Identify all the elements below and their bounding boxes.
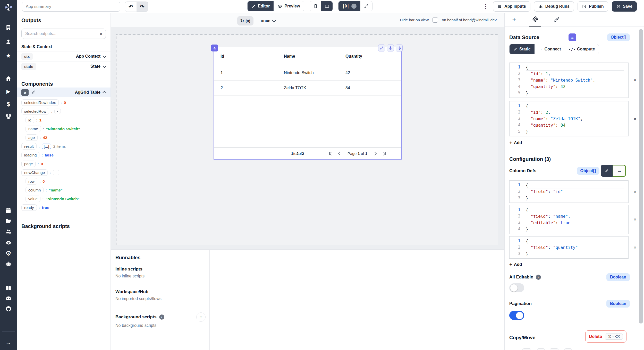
json-editor[interactable]: 1234{ "field": "name", "editable": true}: [509, 205, 629, 234]
output-row[interactable]: age:42: [21, 133, 106, 142]
windmill-logo[interactable]: [0, 2, 17, 12]
json-editor[interactable]: 123{ "field": "quantity"}: [509, 236, 629, 259]
first-page-button[interactable]: [329, 152, 333, 155]
rail-runs-button[interactable]: ▶: [0, 86, 17, 97]
component-row-aggrid[interactable]: a AgGrid Table: [17, 87, 111, 97]
json-editor[interactable]: 123{ "field": "id"}: [509, 180, 629, 203]
code-area[interactable]: { "field": "id"}: [523, 182, 628, 201]
table-row[interactable]: 1Nintendo Switch42: [214, 65, 401, 81]
tab-insert-component[interactable]: +: [508, 13, 520, 27]
column-header[interactable]: Id: [221, 54, 284, 59]
app-summary-input[interactable]: [22, 2, 120, 12]
remove-entry-button[interactable]: ×: [631, 245, 639, 250]
output-row[interactable]: value:"Nintendo Switch": [21, 194, 106, 203]
output-row[interactable]: selectedRow:-: [21, 107, 106, 116]
tab-styling[interactable]: [550, 13, 562, 27]
rail-settings-button[interactable]: ⚙: [0, 248, 17, 258]
rail-workers-button[interactable]: [0, 259, 17, 269]
all-editable-toggle[interactable]: [509, 283, 524, 292]
edit-column-defs-button[interactable]: [601, 165, 613, 177]
save-button[interactable]: Save: [612, 1, 637, 12]
resize-handle[interactable]: [397, 155, 400, 158]
search-outputs-input[interactable]: [25, 31, 99, 36]
output-row[interactable]: newChange:-: [21, 168, 106, 177]
next-page-button[interactable]: [374, 152, 376, 155]
panel-scrollbar[interactable]: [639, 29, 643, 323]
tab-component-settings[interactable]: [529, 13, 541, 27]
ctx-row[interactable]: ctx App Context: [17, 51, 111, 61]
rail-docs-button[interactable]: [0, 283, 17, 293]
expand-component-button[interactable]: [378, 45, 385, 51]
diff-button[interactable]: |0| i: [338, 1, 360, 11]
desktop-view-button[interactable]: [321, 1, 333, 11]
code-area[interactable]: { "field": "quantity"}: [523, 238, 628, 257]
json-editor[interactable]: 12345{ "id": 1, "name": "Nintendo Switch…: [509, 63, 629, 98]
rail-variables-button[interactable]: $: [0, 99, 17, 109]
output-row[interactable]: page:0: [21, 159, 106, 168]
rail-user-button[interactable]: [0, 37, 17, 47]
add-background-script-button[interactable]: +: [196, 312, 206, 322]
rail-audit-button[interactable]: [0, 238, 17, 248]
add-data-row-button[interactable]: + Add: [509, 140, 522, 146]
code-area[interactable]: { "id": 2, "name": "Zelda TOTK", "quanti…: [523, 103, 628, 135]
rail-favorites-button[interactable]: ★: [0, 51, 17, 61]
output-row[interactable]: name:"Nintendo Switch": [21, 124, 106, 133]
pagination-toggle[interactable]: [509, 311, 524, 320]
prev-page-button[interactable]: [339, 152, 341, 155]
remove-entry-button[interactable]: ×: [631, 217, 639, 222]
code-area[interactable]: { "field": "name", "editable": true}: [523, 207, 628, 232]
anchor-component-button[interactable]: [387, 45, 394, 51]
last-page-button[interactable]: [382, 152, 386, 155]
rail-resources-button[interactable]: [0, 111, 17, 122]
mobile-view-button[interactable]: [310, 1, 321, 11]
state-row[interactable]: state State: [17, 61, 111, 71]
move-component-button[interactable]: [396, 45, 403, 51]
connect-column-defs-button[interactable]: →: [613, 165, 626, 177]
code-area[interactable]: { "id": 1, "name": "Nintendo Switch", "q…: [523, 64, 628, 96]
output-row[interactable]: id:1: [21, 116, 106, 124]
app-inputs-button[interactable]: App inputs: [493, 1, 530, 12]
mode-compute[interactable]: </> Compute: [565, 44, 599, 54]
remove-entry-button[interactable]: ×: [631, 116, 639, 122]
remove-entry-button[interactable]: ×: [631, 77, 639, 83]
output-row[interactable]: row:0: [21, 177, 106, 186]
debug-runs-button[interactable]: Debug Runs: [534, 1, 574, 12]
rail-workspace-button[interactable]: [0, 22, 17, 33]
column-header[interactable]: Name: [284, 54, 345, 59]
output-row[interactable]: result:[...]2 items: [21, 142, 106, 151]
hide-bar-checkbox[interactable]: [433, 17, 438, 23]
rail-discord-button[interactable]: [0, 293, 17, 303]
rail-expand-button[interactable]: →: [0, 338, 17, 348]
aggrid-table-component[interactable]: a IdNameQuantity 1Nintendo Switch422Zeld…: [214, 47, 402, 160]
json-editor[interactable]: 12345{ "id": 2, "name": "Zelda TOTK", "q…: [509, 101, 629, 136]
output-row[interactable]: loading:false: [21, 151, 106, 159]
fullscreen-button[interactable]: [360, 1, 372, 11]
output-row[interactable]: column:"name": [21, 186, 106, 194]
refresh-button[interactable]: ↻ (0): [237, 16, 253, 25]
rail-github-button[interactable]: [0, 304, 17, 314]
more-menu-button[interactable]: ⋮: [483, 3, 488, 10]
preview-tab[interactable]: Preview: [274, 1, 304, 11]
column-header[interactable]: Quantity: [345, 54, 401, 59]
canvas-area[interactable]: a IdNameQuantity 1Nintendo Switch422Zeld…: [111, 27, 504, 249]
output-value[interactable]: [...]: [42, 144, 51, 149]
output-row[interactable]: selectedRowIndex:0: [21, 98, 106, 107]
output-row[interactable]: ready:true: [21, 203, 106, 212]
add-column-def-button[interactable]: + Add: [509, 262, 522, 267]
mode-static[interactable]: Static: [510, 44, 535, 54]
editor-tab[interactable]: Editor: [248, 1, 274, 11]
component-tag[interactable]: a: [211, 45, 218, 51]
mode-connect[interactable]: → Connect: [535, 44, 565, 54]
publish-button[interactable]: Publish: [578, 1, 608, 12]
rail-home-button[interactable]: [0, 73, 17, 84]
refresh-policy-dropdown[interactable]: once: [261, 16, 275, 25]
table-row[interactable]: 2Zelda TOTK84: [214, 81, 401, 96]
pencil-icon[interactable]: [31, 90, 36, 95]
rail-schedules-button[interactable]: [0, 205, 17, 215]
rail-groups-button[interactable]: [0, 226, 17, 237]
clear-search-button[interactable]: ×: [99, 31, 103, 36]
rail-folders-button[interactable]: [0, 216, 17, 226]
remove-entry-button[interactable]: ×: [631, 189, 639, 195]
delete-component-button[interactable]: Delete ⌘ + ⌫: [585, 330, 626, 343]
undo-button[interactable]: ↶: [125, 2, 137, 12]
